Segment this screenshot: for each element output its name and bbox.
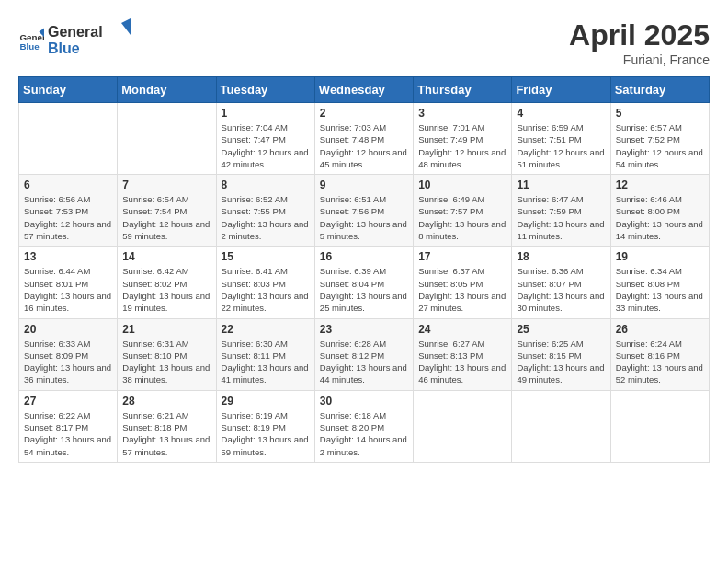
day-number: 21: [122, 323, 210, 336]
day-detail: Sunrise: 6:34 AM Sunset: 8:08 PM Dayligh…: [616, 265, 704, 314]
calendar-cell: 4Sunrise: 6:59 AM Sunset: 7:51 PM Daylig…: [512, 103, 610, 175]
calendar-cell: 10Sunrise: 6:49 AM Sunset: 7:57 PM Dayli…: [414, 175, 512, 247]
calendar-week-row: 1Sunrise: 7:04 AM Sunset: 7:47 PM Daylig…: [19, 103, 710, 175]
day-detail: Sunrise: 6:27 AM Sunset: 8:13 PM Dayligh…: [418, 338, 506, 386]
day-detail: Sunrise: 6:25 AM Sunset: 8:15 PM Dayligh…: [517, 338, 605, 386]
calendar-cell: 28Sunrise: 6:21 AM Sunset: 8:18 PM Dayli…: [118, 390, 216, 462]
day-number: 29: [222, 395, 310, 408]
calendar-cell: 1Sunrise: 7:04 AM Sunset: 7:47 PM Daylig…: [216, 103, 314, 175]
day-number: 3: [418, 107, 506, 120]
day-detail: Sunrise: 6:46 AM Sunset: 8:00 PM Dayligh…: [616, 193, 704, 242]
calendar-cell: 11Sunrise: 6:47 AM Sunset: 7:59 PM Dayli…: [512, 175, 610, 247]
day-detail: Sunrise: 6:47 AM Sunset: 7:59 PM Dayligh…: [517, 193, 605, 242]
calendar-cell: 21Sunrise: 6:31 AM Sunset: 8:10 PM Dayli…: [118, 318, 216, 390]
day-number: 26: [616, 323, 704, 336]
calendar-cell: 20Sunrise: 6:33 AM Sunset: 8:09 PM Dayli…: [19, 318, 118, 390]
calendar-table: SundayMondayTuesdayWednesdayThursdayFrid…: [18, 76, 710, 463]
day-detail: Sunrise: 6:22 AM Sunset: 8:17 PM Dayligh…: [24, 409, 112, 458]
day-detail: Sunrise: 6:49 AM Sunset: 7:57 PM Dayligh…: [418, 193, 506, 242]
logo: General Blue General Blue: [18, 18, 131, 60]
day-detail: Sunrise: 6:59 AM Sunset: 7:51 PM Dayligh…: [517, 121, 605, 170]
calendar-day-header: Thursday: [414, 77, 512, 103]
calendar-week-row: 27Sunrise: 6:22 AM Sunset: 8:17 PM Dayli…: [19, 390, 710, 462]
calendar-day-header: Friday: [512, 77, 610, 103]
calendar-day-header: Saturday: [610, 77, 709, 103]
day-number: 18: [517, 250, 605, 263]
day-number: 6: [24, 178, 112, 191]
day-detail: Sunrise: 6:36 AM Sunset: 8:07 PM Dayligh…: [517, 265, 605, 314]
day-detail: Sunrise: 6:30 AM Sunset: 8:11 PM Dayligh…: [222, 338, 310, 386]
calendar-day-header: Monday: [118, 77, 216, 103]
day-detail: Sunrise: 6:37 AM Sunset: 8:05 PM Dayligh…: [418, 265, 506, 314]
day-number: 10: [418, 178, 506, 191]
calendar-cell: [19, 103, 118, 175]
calendar-cell: 23Sunrise: 6:28 AM Sunset: 8:12 PM Dayli…: [314, 318, 413, 390]
day-number: 19: [616, 250, 704, 263]
day-detail: Sunrise: 6:54 AM Sunset: 7:54 PM Dayligh…: [122, 193, 210, 242]
day-detail: Sunrise: 7:01 AM Sunset: 7:49 PM Dayligh…: [418, 121, 506, 170]
calendar-cell: [512, 390, 610, 462]
day-detail: Sunrise: 6:56 AM Sunset: 7:53 PM Dayligh…: [24, 193, 112, 242]
calendar-week-row: 6Sunrise: 6:56 AM Sunset: 7:53 PM Daylig…: [19, 175, 710, 247]
calendar-cell: 14Sunrise: 6:42 AM Sunset: 8:02 PM Dayli…: [118, 247, 216, 318]
calendar-cell: 7Sunrise: 6:54 AM Sunset: 7:54 PM Daylig…: [118, 175, 216, 247]
day-number: 20: [24, 323, 112, 336]
calendar-cell: 17Sunrise: 6:37 AM Sunset: 8:05 PM Dayli…: [414, 247, 512, 318]
day-detail: Sunrise: 6:18 AM Sunset: 8:20 PM Dayligh…: [320, 409, 408, 458]
calendar-cell: 16Sunrise: 6:39 AM Sunset: 8:04 PM Dayli…: [314, 247, 413, 318]
calendar-cell: 15Sunrise: 6:41 AM Sunset: 8:03 PM Dayli…: [216, 247, 314, 318]
calendar-cell: 27Sunrise: 6:22 AM Sunset: 8:17 PM Dayli…: [19, 390, 118, 462]
calendar-cell: 22Sunrise: 6:30 AM Sunset: 8:11 PM Dayli…: [216, 318, 314, 390]
day-number: 13: [24, 250, 112, 263]
calendar-cell: 9Sunrise: 6:51 AM Sunset: 7:56 PM Daylig…: [314, 175, 413, 247]
day-number: 16: [320, 250, 408, 263]
month-title: April 2025: [569, 18, 710, 52]
day-number: 27: [24, 395, 112, 408]
day-number: 4: [517, 107, 605, 120]
day-detail: Sunrise: 6:19 AM Sunset: 8:19 PM Dayligh…: [222, 409, 310, 458]
day-number: 9: [320, 178, 408, 191]
calendar-cell: 19Sunrise: 6:34 AM Sunset: 8:08 PM Dayli…: [610, 247, 709, 318]
day-number: 22: [222, 323, 310, 336]
calendar-cell: 30Sunrise: 6:18 AM Sunset: 8:20 PM Dayli…: [314, 390, 413, 462]
day-number: 5: [616, 107, 704, 120]
day-number: 23: [320, 323, 408, 336]
day-number: 11: [517, 178, 605, 191]
calendar-cell: 25Sunrise: 6:25 AM Sunset: 8:15 PM Dayli…: [512, 318, 610, 390]
calendar-cell: [118, 103, 216, 175]
day-detail: Sunrise: 6:33 AM Sunset: 8:09 PM Dayligh…: [24, 338, 112, 386]
calendar-cell: 6Sunrise: 6:56 AM Sunset: 7:53 PM Daylig…: [19, 175, 118, 247]
day-number: 17: [418, 250, 506, 263]
logo-icon: General Blue: [18, 27, 44, 52]
day-detail: Sunrise: 6:41 AM Sunset: 8:03 PM Dayligh…: [222, 265, 310, 314]
day-number: 25: [517, 323, 605, 336]
day-number: 2: [320, 107, 408, 120]
day-number: 7: [122, 178, 210, 191]
svg-text:Blue: Blue: [48, 40, 80, 56]
day-detail: Sunrise: 6:52 AM Sunset: 7:55 PM Dayligh…: [222, 193, 310, 242]
svg-text:General: General: [48, 24, 103, 40]
calendar-day-header: Sunday: [19, 77, 118, 103]
calendar-cell: 2Sunrise: 7:03 AM Sunset: 7:48 PM Daylig…: [314, 103, 413, 175]
calendar-cell: 13Sunrise: 6:44 AM Sunset: 8:01 PM Dayli…: [19, 247, 118, 318]
calendar-day-header: Tuesday: [216, 77, 314, 103]
day-number: 30: [320, 395, 408, 408]
page-header: General Blue General Blue April 2025 Fur…: [18, 18, 710, 67]
calendar-header-row: SundayMondayTuesdayWednesdayThursdayFrid…: [19, 77, 710, 103]
day-number: 8: [222, 178, 310, 191]
day-detail: Sunrise: 6:21 AM Sunset: 8:18 PM Dayligh…: [122, 409, 210, 458]
day-number: 24: [418, 323, 506, 336]
calendar-cell: 26Sunrise: 6:24 AM Sunset: 8:16 PM Dayli…: [610, 318, 709, 390]
calendar-cell: 29Sunrise: 6:19 AM Sunset: 8:19 PM Dayli…: [216, 390, 314, 462]
title-block: April 2025 Furiani, France: [569, 18, 710, 67]
location: Furiani, France: [569, 52, 710, 67]
calendar-cell: 24Sunrise: 6:27 AM Sunset: 8:13 PM Dayli…: [414, 318, 512, 390]
calendar-cell: [414, 390, 512, 462]
day-detail: Sunrise: 6:44 AM Sunset: 8:01 PM Dayligh…: [24, 265, 112, 314]
day-detail: Sunrise: 7:03 AM Sunset: 7:48 PM Dayligh…: [320, 121, 408, 170]
calendar-cell: 8Sunrise: 6:52 AM Sunset: 7:55 PM Daylig…: [216, 175, 314, 247]
calendar-cell: 3Sunrise: 7:01 AM Sunset: 7:49 PM Daylig…: [414, 103, 512, 175]
day-number: 15: [222, 250, 310, 263]
calendar-cell: 5Sunrise: 6:57 AM Sunset: 7:52 PM Daylig…: [610, 103, 709, 175]
calendar-week-row: 13Sunrise: 6:44 AM Sunset: 8:01 PM Dayli…: [19, 247, 710, 318]
